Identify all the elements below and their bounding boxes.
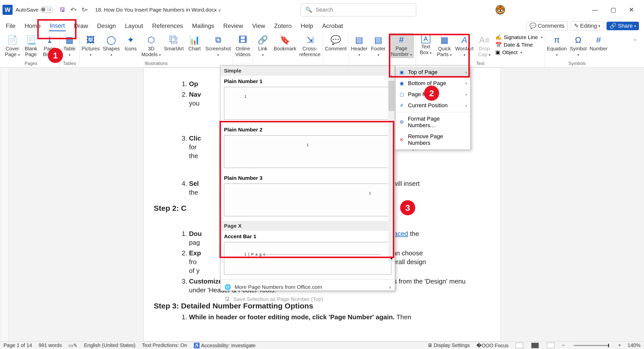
view-web-icon[interactable]: [547, 343, 554, 348]
status-language[interactable]: English (United States): [84, 342, 136, 348]
pictures-button[interactable]: 🖼Pictures▾: [82, 33, 100, 57]
zoom-out-icon[interactable]: −: [562, 342, 565, 348]
gallery-option-accent-1[interactable]: 1 | P a g e: [224, 242, 391, 275]
scroll-thumb[interactable]: [388, 81, 394, 111]
header-button[interactable]: ▤Header▾: [351, 33, 367, 57]
page-number-button[interactable]: #PageNumber ▾: [389, 33, 414, 58]
zoom-in-icon[interactable]: +: [618, 342, 621, 348]
screenshot-button[interactable]: ⧉Screenshot▾: [205, 33, 231, 57]
comments-button[interactable]: 💬 Comments: [526, 21, 568, 30]
page-break-button[interactable]: ⤓PageBreak: [42, 33, 57, 57]
table-button[interactable]: ▦Table▾: [62, 33, 77, 57]
signature-line-button[interactable]: ✍Signature Line▾: [495, 34, 543, 40]
chart-button[interactable]: 📊Chart: [187, 33, 202, 52]
tab-zotero[interactable]: Zotero: [274, 21, 292, 31]
search-input[interactable]: 🔍 Search: [300, 3, 416, 16]
tab-review[interactable]: Review: [222, 21, 244, 31]
page-break-icon: ⤓: [44, 34, 55, 45]
header-icon: ▤: [354, 34, 365, 45]
drop-cap-button[interactable]: A≡DropCap ▾: [477, 33, 492, 57]
menu-remove-page-numbers[interactable]: ✕Remove Page Numbers: [395, 131, 470, 149]
word-app-icon: W: [3, 5, 13, 15]
user-avatar[interactable]: 🐯: [496, 5, 505, 15]
tab-help[interactable]: Help: [300, 21, 314, 31]
view-print-icon[interactable]: [531, 343, 539, 348]
autosave-toggle[interactable]: AutoSave Off: [16, 7, 53, 13]
wordart-button[interactable]: AWordArt▾: [455, 33, 474, 57]
status-accessibility[interactable]: ♿ Accessibility: Investigate: [194, 342, 255, 348]
zoom-level[interactable]: 140%: [628, 342, 640, 348]
ribbon-insert: 📄CoverPage ▾ 📃BlankPage ⤓PageBreak Pages…: [0, 32, 644, 67]
icons-button[interactable]: ✦Icons: [123, 33, 138, 52]
tab-mailings[interactable]: Mailings: [191, 21, 215, 31]
pi-icon: π: [551, 34, 562, 45]
quick-parts-button[interactable]: ▦QuickParts ▾: [437, 33, 452, 57]
blank-page-button[interactable]: 📃BlankPage: [23, 33, 39, 57]
collapse-ribbon-icon[interactable]: ⌄: [633, 33, 641, 67]
scroll-down-icon[interactable]: ▾: [388, 256, 394, 262]
editing-mode-button[interactable]: ✎ Editing ▾: [571, 21, 603, 30]
hash-icon: #: [593, 34, 604, 45]
group-tables-label: Tables: [63, 61, 76, 66]
tab-draw[interactable]: Draw: [73, 21, 89, 31]
object-button[interactable]: ▣Object▾: [495, 49, 543, 55]
footer-button[interactable]: ▤Footer▾: [370, 33, 386, 57]
tab-acrobat[interactable]: Acrobat: [321, 21, 344, 31]
shapes-icon: ◯: [106, 34, 117, 45]
equation-button[interactable]: πEquation▾: [547, 33, 567, 57]
close-icon[interactable]: ✕: [629, 6, 634, 13]
tab-references[interactable]: References: [151, 21, 184, 31]
gallery-option-plain-2[interactable]: 1: [224, 135, 391, 168]
scroll-up-icon[interactable]: ▴: [388, 73, 394, 79]
tab-file[interactable]: File: [5, 21, 16, 31]
focus-button[interactable]: �ООО Focus: [476, 342, 509, 348]
text-box-button[interactable]: ATextBox ▾: [418, 33, 434, 55]
tab-view[interactable]: View: [251, 21, 266, 31]
undo-icon[interactable]: ↶▾: [70, 6, 77, 13]
3d-models-button[interactable]: ⬡3DModels ▾: [141, 33, 161, 57]
cover-page-button[interactable]: 📄CoverPage ▾: [5, 33, 20, 57]
status-page[interactable]: Page 1 of 14: [4, 342, 32, 348]
vertical-ruler[interactable]: [2, 67, 9, 341]
cross-reference-button[interactable]: ⇲Cross-reference: [299, 33, 321, 57]
comment-button[interactable]: 💬Comment: [325, 33, 347, 52]
menu-top-of-page[interactable]: ▣Top of Page›: [395, 67, 470, 78]
status-words[interactable]: 991 words: [39, 342, 62, 348]
maximize-icon[interactable]: ▢: [611, 6, 616, 13]
menu-page-margins[interactable]: ▢Page M›: [395, 89, 470, 100]
save-icon[interactable]: 🖫: [59, 6, 66, 13]
doc-text: pag: [189, 239, 200, 246]
symbol-button[interactable]: ΩSymbol▾: [570, 33, 587, 57]
view-read-icon[interactable]: [516, 343, 523, 348]
link-button[interactable]: 🔗Link▾: [255, 33, 271, 57]
spellcheck-icon[interactable]: ▭✎: [68, 342, 78, 348]
menu-current-position[interactable]: #Current Position›: [395, 100, 470, 111]
comment-icon: 💬: [330, 34, 341, 45]
menu-bottom-of-page[interactable]: ▣Bottom of Page›: [395, 78, 470, 89]
shapes-button[interactable]: ◯Shapes▾: [103, 33, 120, 57]
share-button[interactable]: 🔗 Share ▾: [607, 22, 639, 30]
tab-insert[interactable]: Insert: [49, 21, 66, 31]
date-time-button[interactable]: 📅Date & Time: [495, 42, 543, 48]
number-button[interactable]: #Number: [590, 33, 608, 52]
display-settings-button[interactable]: 🖥 Display Settings: [427, 342, 470, 348]
toggle-off-icon[interactable]: Off: [41, 7, 53, 13]
bookmark-button[interactable]: 🔖Bookmark: [274, 33, 296, 52]
remove-icon: ✕: [399, 137, 404, 143]
chevron-right-icon: ›: [466, 92, 467, 97]
document-title[interactable]: 18. How Do You Insert Page Numbers in Wo…: [95, 7, 221, 13]
gallery-option-plain-1[interactable]: 1: [224, 87, 391, 120]
smartart-button[interactable]: ⿻SmartArt: [164, 33, 184, 52]
redo-icon[interactable]: ↻▾: [81, 6, 88, 13]
minimize-icon[interactable]: —: [592, 6, 598, 13]
menu-format-page-numbers[interactable]: ⚙Format Page Numbers...: [395, 113, 470, 131]
zoom-slider[interactable]: [574, 345, 609, 346]
gallery-option-label: Plain Number 1: [220, 76, 395, 86]
more-page-numbers-button[interactable]: 🌐More Page Numbers from Office.com›: [220, 281, 395, 293]
tab-layout[interactable]: Layout: [124, 21, 144, 31]
tab-design[interactable]: Design: [96, 21, 117, 31]
online-videos-button[interactable]: 🎞OnlineVideos: [235, 33, 251, 57]
tab-home[interactable]: Home: [24, 21, 42, 31]
gallery-option-plain-3[interactable]: 1: [224, 184, 391, 216]
status-predictions[interactable]: Text Predictions: On: [142, 342, 187, 348]
